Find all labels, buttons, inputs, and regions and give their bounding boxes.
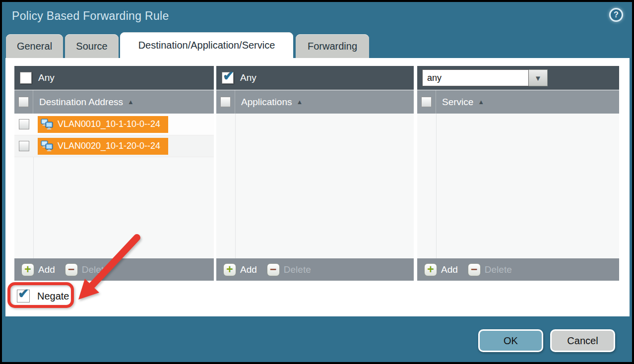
destination-any-label: Any [38,72,55,83]
ok-button[interactable]: OK [478,329,543,352]
add-button[interactable]: + Add [424,263,458,276]
destination-any-bar: Any [14,66,214,90]
service-mode-value[interactable]: any [422,69,529,86]
destination-actions-bar: + Add − Delete [14,258,214,281]
table-row[interactable]: VLAN0020_10-1-20-0--24 [14,135,214,157]
service-mode-dropdown[interactable]: any ▼ [422,69,548,86]
plus-icon: + [226,264,233,275]
tab-general[interactable]: General [6,34,63,58]
delete-button[interactable]: − Delete [65,263,109,276]
table-row[interactable]: VLAN0010_10-1-10-0--24 [14,114,214,135]
minus-icon: − [270,264,276,275]
service-dropdown-bar: any ▼ [417,66,619,90]
destination-any-checkbox[interactable] [20,72,32,84]
applications-list [216,114,414,258]
applications-actions-bar: + Add − Delete [216,258,414,281]
applications-column: ✔ Any Applications ▲ + Add [216,66,414,281]
destination-header-row: Destination Address ▲ [14,90,214,114]
service-column-header[interactable]: Service [442,97,473,108]
applications-any-checkbox[interactable]: ✔ [222,72,234,84]
plus-icon: + [427,264,434,275]
plus-icon: + [24,264,31,275]
address-object-label: VLAN0020_10-1-20-0--24 [58,141,160,151]
tab-content-panel: Any Destination Address ▲ [5,58,630,316]
address-group-icon [41,140,54,152]
destination-list: VLAN0010_10-1-10-0--24 [14,114,214,258]
service-actions-bar: + Add − Delete [417,258,619,281]
tab-destination-application-service[interactable]: Destination/Application/Service [120,32,293,58]
applications-column-header[interactable]: Applications [241,97,292,108]
destination-column-header[interactable]: Destination Address [39,97,123,108]
service-list [417,114,619,258]
add-button[interactable]: + Add [21,263,55,276]
destination-address-column: Any Destination Address ▲ [14,66,214,281]
tab-forwarding[interactable]: Forwarding [296,34,369,58]
delete-button[interactable]: − Delete [468,263,512,276]
address-object-chip[interactable]: VLAN0020_10-1-20-0--24 [38,138,168,155]
address-object-chip[interactable]: VLAN0010_10-1-10-0--24 [38,116,168,133]
delete-button[interactable]: − Delete [267,263,311,276]
minus-icon: − [471,264,477,275]
row-checkbox[interactable] [19,141,29,151]
applications-select-all-checkbox[interactable] [220,97,231,107]
sort-asc-icon[interactable]: ▲ [296,98,303,106]
tab-source[interactable]: Source [65,34,119,58]
help-icon[interactable]: ? [609,8,623,22]
service-select-all-checkbox[interactable] [421,97,432,107]
check-icon: ✔ [223,68,234,84]
sort-asc-icon[interactable]: ▲ [478,98,484,106]
cancel-button[interactable]: Cancel [550,329,615,352]
service-header-row: Service ▲ [417,90,619,114]
sort-asc-icon[interactable]: ▲ [127,98,134,106]
address-group-icon [41,119,54,130]
applications-header-row: Applications ▲ [216,90,414,114]
minus-icon: − [68,264,74,275]
row-checkbox[interactable] [19,119,29,129]
chevron-down-icon: ▼ [534,74,542,82]
address-object-label: VLAN0010_10-1-10-0--24 [58,119,160,129]
add-button[interactable]: + Add [223,263,257,276]
annotation-highlight-box [7,282,74,308]
policy-based-forwarding-dialog: Policy Based Forwarding Rule ? General S… [0,0,634,364]
applications-any-label: Any [240,72,256,83]
applications-any-bar: ✔ Any [216,66,414,90]
destination-select-all-checkbox[interactable] [18,97,29,107]
dialog-title: Policy Based Forwarding Rule [12,9,169,23]
service-column: any ▼ Service ▲ + Add [417,66,619,281]
